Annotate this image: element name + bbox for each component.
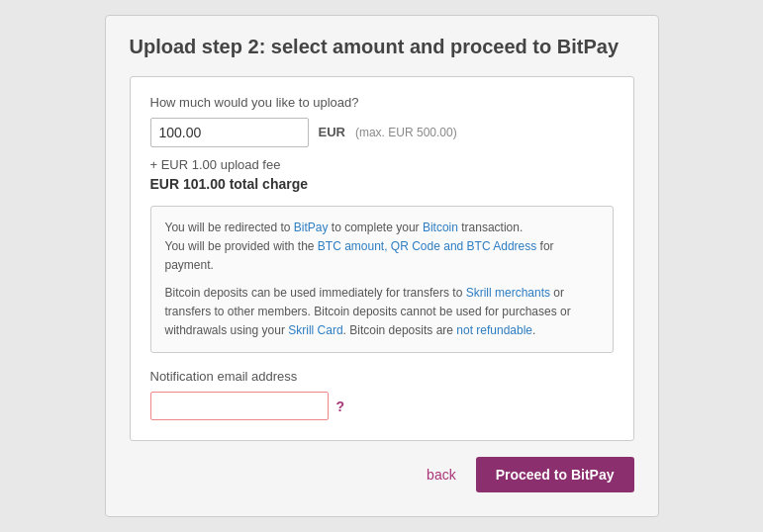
btc-amount-link: BTC amount, QR Code and BTC Address <box>318 239 536 253</box>
info-paragraph-2: Bitcoin deposits can be used immediately… <box>165 284 599 341</box>
notification-row: ? <box>150 392 614 420</box>
skrill-merchants-link: Skrill merchants <box>466 286 550 300</box>
question-mark-icon[interactable]: ? <box>336 399 345 414</box>
bitcoin-link: Bitcoin <box>423 221 458 234</box>
currency-label: EUR <box>319 125 345 139</box>
skrill-card-link: Skrill Card <box>288 323 342 337</box>
page-title: Upload step 2: select amount and proceed… <box>130 36 634 58</box>
how-much-label: How much would you like to upload? <box>150 95 614 110</box>
info-paragraph-1: You will be redirected to BitPay to comp… <box>165 219 599 276</box>
currency-max: (max. EUR 500.00) <box>355 126 457 139</box>
amount-row: EUR (max. EUR 500.00) <box>150 118 614 147</box>
fee-line: + EUR 1.00 upload fee <box>150 157 614 172</box>
fee-text: + EUR 1.00 upload fee <box>150 157 281 172</box>
back-button[interactable]: back <box>427 467 456 483</box>
form-box: How much would you like to upload? EUR (… <box>130 76 634 441</box>
notification-label: Notification email address <box>150 369 614 384</box>
amount-input[interactable] <box>150 118 309 147</box>
main-container: Upload step 2: select amount and proceed… <box>105 15 659 517</box>
proceed-button[interactable]: Proceed to BitPay <box>476 457 634 492</box>
footer-row: back Proceed to BitPay <box>130 457 634 492</box>
info-box: You will be redirected to BitPay to comp… <box>150 206 614 353</box>
not-refundable-link: not refundable <box>456 323 532 337</box>
bitpay-link: BitPay <box>294 221 329 234</box>
notification-input[interactable] <box>150 392 329 420</box>
total-line: EUR 101.00 total charge <box>150 176 614 192</box>
